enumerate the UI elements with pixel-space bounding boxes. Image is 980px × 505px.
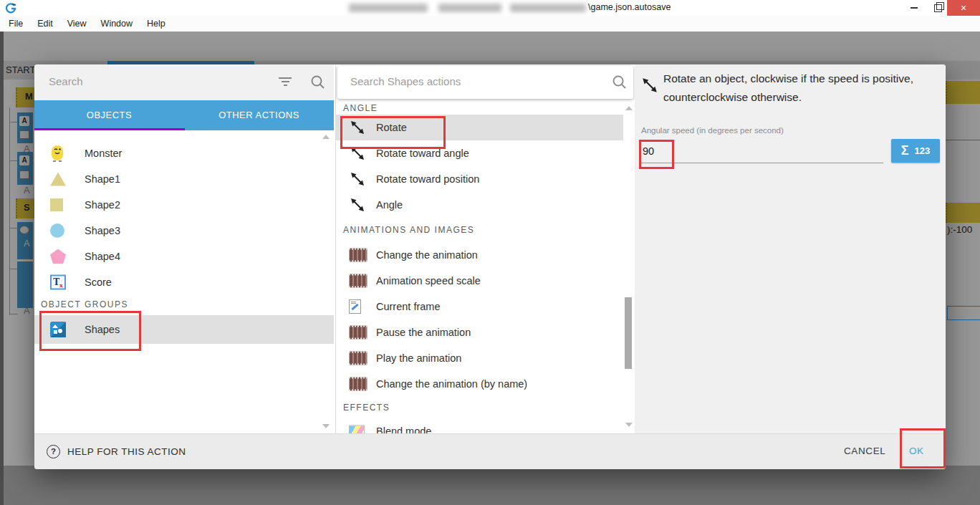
action-label: Change the animation (by name): [376, 378, 527, 390]
annotation-box-angular-speed: [639, 140, 674, 169]
film-strip-icon: [349, 326, 368, 340]
left-panel-tabs: OBJECTS OTHER ACTIONS: [34, 100, 334, 130]
object-row-shape4[interactable]: Shape4: [34, 244, 334, 269]
rotate-icon: [349, 170, 366, 188]
menu-bar: File Edit View Window Help: [0, 16, 980, 32]
menu-window[interactable]: Window: [94, 16, 140, 32]
gdevelop-logo-icon: [5, 2, 16, 14]
action-label: Play the animation: [376, 352, 461, 364]
object-label: Shape2: [85, 199, 120, 211]
field-label: Angular speed (in degrees per second): [641, 126, 784, 135]
expression-button-label: 123: [915, 145, 931, 156]
tab-other-actions[interactable]: OTHER ACTIONS: [184, 100, 334, 130]
action-label: Animation speed scale: [376, 275, 481, 287]
menu-edit[interactable]: Edit: [30, 16, 60, 32]
square-icon: [50, 198, 63, 211]
window-title: \game.json.autosave: [588, 2, 671, 12]
action-row-pause-animation[interactable]: Pause the animation: [336, 319, 623, 345]
action-row-animation-speed[interactable]: Animation speed scale: [336, 268, 623, 294]
action-label: Pause the animation: [376, 327, 471, 338]
object-row-score[interactable]: Tx Score: [34, 269, 334, 295]
redacted-title-segment: [438, 4, 501, 12]
sigma-icon: Σ: [901, 143, 909, 158]
objects-search-input[interactable]: [47, 74, 265, 88]
filter-icon[interactable]: [278, 75, 292, 86]
menu-file[interactable]: File: [1, 16, 30, 32]
close-button[interactable]: ✕: [947, 0, 980, 16]
annotation-box-shapes-group: [39, 311, 141, 351]
circle-icon: [50, 223, 64, 238]
annotation-box-rotate-action: [340, 116, 446, 149]
object-label: Shape4: [85, 251, 120, 262]
annotation-box-ok-button: [900, 428, 946, 468]
object-label: Monster: [85, 148, 122, 159]
film-strip-icon: [349, 274, 368, 288]
scroll-up-icon[interactable]: [625, 106, 633, 110]
object-label: Shape1: [85, 173, 120, 185]
rotate-icon: [640, 76, 659, 95]
scroll-up-icon[interactable]: [322, 135, 330, 139]
film-strip-icon: [349, 249, 368, 262]
object-label: Shape3: [85, 225, 120, 236]
object-row-shape1[interactable]: Shape1: [34, 166, 334, 192]
minimize-icon: [911, 7, 918, 9]
action-label: Angle: [376, 199, 403, 211]
redacted-title-segment: [510, 4, 586, 12]
scroll-down-icon[interactable]: [322, 424, 330, 428]
menu-help[interactable]: Help: [140, 16, 173, 32]
object-row-shape2[interactable]: Shape2: [34, 192, 334, 218]
section-header-effects: EFFECTS: [343, 403, 390, 413]
objects-list: Monster Shape1 Shape2 Shape3 Shape4: [34, 130, 334, 433]
scroll-down-icon[interactable]: [625, 423, 633, 427]
action-row-angle[interactable]: Angle: [336, 192, 623, 218]
action-label: Rotate toward position: [376, 173, 479, 185]
object-label: Score: [85, 276, 112, 288]
monster-icon: [50, 145, 64, 162]
action-description: Rotate an object, clockwise if the speed…: [663, 69, 946, 107]
action-label: Rotate toward angle: [376, 148, 469, 159]
expression-editor-button[interactable]: Σ 123: [891, 139, 940, 163]
angular-speed-input[interactable]: [641, 139, 885, 163]
actions-search-input[interactable]: [349, 74, 588, 88]
help-icon: ?: [47, 445, 60, 458]
action-row-change-animation-by-name[interactable]: Change the animation (by name): [336, 371, 623, 397]
pentagon-icon: [50, 249, 66, 264]
tab-objects[interactable]: OBJECTS: [34, 100, 184, 130]
action-label: Change the animation: [376, 249, 478, 261]
section-header-angle: ANGLE: [343, 103, 378, 113]
action-detail-panel: Rotate an object, clockwise if the speed…: [635, 64, 946, 433]
search-icon[interactable]: [612, 74, 627, 90]
section-header-animations: ANIMATIONS AND IMAGES: [343, 225, 474, 235]
object-groups-header: OBJECT GROUPS: [41, 299, 128, 309]
cancel-button[interactable]: CANCEL: [844, 446, 885, 456]
film-strip-icon: [349, 352, 368, 365]
object-row-shape3[interactable]: Shape3: [34, 218, 334, 244]
help-button[interactable]: HELP FOR THIS ACTION: [67, 446, 186, 457]
action-row-play-animation[interactable]: Play the animation: [336, 345, 623, 371]
scrollbar-thumb[interactable]: [625, 297, 632, 369]
frame-document-icon: [349, 299, 361, 314]
film-strip-icon: [349, 377, 368, 391]
restore-button[interactable]: [926, 0, 949, 16]
action-row-change-animation[interactable]: Change the animation: [336, 242, 623, 268]
dialog-footer: ? HELP FOR THIS ACTION CANCEL OK: [34, 433, 946, 469]
object-row-monster[interactable]: Monster: [34, 140, 334, 166]
search-icon[interactable]: [310, 74, 325, 90]
text-object-icon: Tx: [50, 275, 66, 290]
minimize-button[interactable]: [903, 0, 926, 16]
actions-search-bar: [337, 66, 633, 99]
action-label: Current frame: [376, 301, 440, 312]
redacted-title-segment: [349, 4, 428, 12]
rotate-icon: [349, 196, 366, 213]
title-bar: \game.json.autosave ✕: [0, 0, 980, 16]
objects-search-bar: [34, 64, 334, 100]
triangle-icon: [50, 173, 66, 186]
restore-icon: [934, 4, 942, 12]
app-window: \game.json.autosave ✕ File Edit View Win…: [0, 0, 980, 505]
action-row-current-frame[interactable]: Current frame: [336, 294, 623, 319]
menu-view[interactable]: View: [60, 16, 94, 32]
action-row-rotate-toward-position[interactable]: Rotate toward position: [336, 166, 623, 192]
action-editor-dialog: OBJECTS OTHER ACTIONS Monster Shape1: [34, 64, 946, 469]
angular-speed-field-wrap: [641, 139, 883, 163]
close-icon: ✕: [960, 4, 966, 13]
